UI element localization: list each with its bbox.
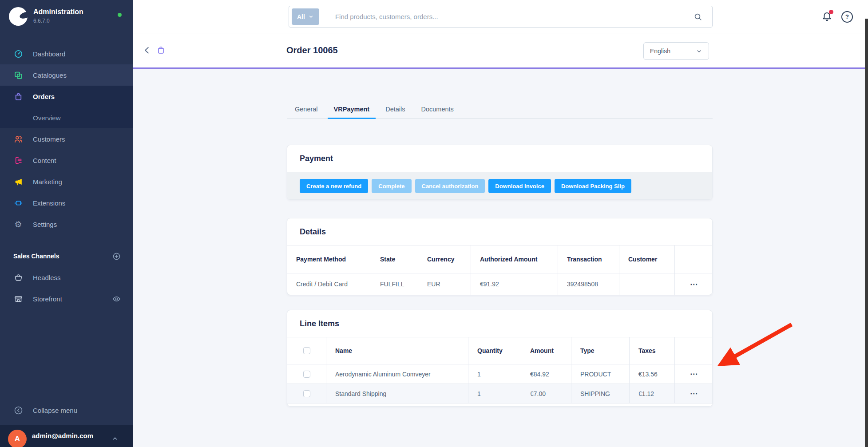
column-header: Payment Method bbox=[287, 245, 371, 273]
sidebar-item-extensions[interactable]: Extensions bbox=[0, 192, 133, 214]
collapse-menu-label: Collapse menu bbox=[33, 407, 77, 414]
payment-card-title: Payment bbox=[287, 145, 712, 172]
catalogues-icon bbox=[13, 70, 23, 80]
cell-type: SHIPPING bbox=[571, 384, 629, 403]
cell-quantity: 1 bbox=[468, 384, 521, 403]
sidebar-item-label: Customers bbox=[33, 135, 65, 143]
sidebar-item-label: Storefront bbox=[33, 295, 62, 303]
row-checkbox[interactable] bbox=[303, 371, 310, 378]
sales-channels-label: Sales Channels bbox=[13, 253, 59, 260]
column-header: Type bbox=[571, 337, 629, 364]
notifications-button[interactable] bbox=[821, 11, 832, 22]
context-menu-button[interactable]: ⋯ bbox=[690, 370, 698, 378]
marketing-icon bbox=[13, 177, 23, 186]
select-all-checkbox[interactable] bbox=[303, 347, 310, 354]
language-value: English bbox=[650, 47, 670, 55]
tab-vrpayment[interactable]: VRPayment bbox=[328, 101, 376, 119]
app-title: Administration bbox=[33, 8, 83, 16]
column-header: Transaction bbox=[558, 245, 619, 273]
column-header: Name bbox=[326, 337, 468, 364]
sidebar-item-settings[interactable]: ⚙ Settings bbox=[0, 214, 133, 235]
eye-icon[interactable] bbox=[112, 295, 121, 303]
customers-icon bbox=[13, 134, 23, 144]
avatar: A bbox=[8, 430, 27, 447]
cell-quantity: 1 bbox=[468, 364, 521, 384]
cell-state: FULFILL bbox=[371, 273, 418, 295]
details-card-title: Details bbox=[287, 218, 712, 245]
cancel-authorization-button[interactable]: Cancel authorization bbox=[415, 179, 485, 193]
help-button[interactable]: ? bbox=[841, 11, 853, 23]
sidebar-item-catalogues[interactable]: Catalogues bbox=[0, 64, 133, 86]
cell-payment-method: Credit / Debit Card bbox=[287, 273, 371, 295]
search-scope-label: All bbox=[297, 13, 305, 20]
collapse-chevron-icon bbox=[13, 405, 23, 415]
global-search: All bbox=[289, 6, 713, 28]
sidebar-item-label: Dashboard bbox=[33, 50, 65, 58]
download-packing-slip-button[interactable]: Download Packing Slip bbox=[555, 179, 631, 193]
column-header: Amount bbox=[521, 337, 571, 364]
vertical-scrollbar[interactable] bbox=[865, 19, 868, 447]
help-icon: ? bbox=[845, 13, 849, 20]
cell-amount: €7.00 bbox=[521, 384, 571, 403]
notification-badge bbox=[829, 10, 833, 14]
line-items-table-header: Name Quantity Amount Type Taxes bbox=[287, 337, 712, 364]
chevron-left-icon bbox=[142, 45, 152, 55]
sidebar-item-label: Settings bbox=[33, 221, 57, 228]
sidebar-item-storefront[interactable]: Storefront bbox=[0, 288, 133, 309]
sidebar-item-label: Extensions bbox=[33, 199, 65, 207]
tab-details[interactable]: Details bbox=[379, 101, 411, 119]
search-scope-dropdown[interactable]: All bbox=[292, 8, 319, 25]
tab-general[interactable]: General bbox=[289, 101, 324, 119]
line-items-card: Line Items Name Quantity Amount Type Tax… bbox=[287, 310, 713, 407]
create-refund-button[interactable]: Create a new refund bbox=[300, 179, 368, 193]
context-menu-button[interactable]: ⋯ bbox=[690, 281, 698, 288]
sidebar-item-headless[interactable]: Headless bbox=[0, 267, 133, 288]
context-menu-button[interactable]: ⋯ bbox=[690, 390, 698, 397]
sidebar-item-dashboard[interactable]: Dashboard bbox=[0, 43, 133, 64]
payment-card: Payment Create a new refund Complete Can… bbox=[287, 145, 713, 200]
user-email: admin@admin.com bbox=[32, 432, 93, 439]
collapse-menu-button[interactable]: Collapse menu bbox=[0, 400, 133, 421]
search-icon[interactable] bbox=[694, 12, 702, 21]
details-table-row: Credit / Debit Card FULFILL EUR €91.92 3… bbox=[287, 273, 712, 295]
chevron-down-icon bbox=[308, 14, 314, 20]
brand-header: Administration 6.6.7.0 bbox=[0, 0, 133, 43]
row-checkbox[interactable] bbox=[303, 390, 310, 397]
tab-documents[interactable]: Documents bbox=[415, 101, 460, 119]
cell-type: PRODUCT bbox=[571, 364, 629, 384]
download-invoice-button[interactable]: Download Invoice bbox=[488, 179, 551, 193]
column-header: Authorized Amount bbox=[471, 245, 558, 273]
complete-button[interactable]: Complete bbox=[372, 179, 411, 193]
add-sales-channel-button[interactable] bbox=[112, 252, 121, 261]
gear-icon: ⚙ bbox=[13, 219, 23, 229]
cell-name: Standard Shipping bbox=[326, 384, 468, 403]
language-selector[interactable]: English bbox=[643, 42, 709, 60]
storefront-icon bbox=[13, 294, 23, 304]
smart-bar: Order 10065 English bbox=[133, 33, 868, 69]
sales-channels-header: Sales Channels bbox=[0, 245, 133, 267]
line-item-row: Standard Shipping 1 €7.00 SHIPPING €1.12… bbox=[287, 384, 712, 403]
column-header: Quantity bbox=[468, 337, 521, 364]
basket-icon bbox=[13, 273, 23, 282]
column-header: State bbox=[371, 245, 418, 273]
page-title: Order 10065 bbox=[286, 45, 338, 55]
sidebar-item-customers[interactable]: Customers bbox=[0, 128, 133, 150]
cell-currency: EUR bbox=[418, 273, 471, 295]
column-header: Taxes bbox=[629, 337, 674, 364]
cell-name: Aerodynamic Aluminum Comveyer bbox=[326, 364, 468, 384]
sidebar-item-content[interactable]: Content bbox=[0, 150, 133, 171]
sidebar-item-orders[interactable]: Orders bbox=[0, 86, 133, 107]
line-item-row: Aerodynamic Aluminum Comveyer 1 €84.92 P… bbox=[287, 364, 712, 384]
extensions-icon bbox=[13, 198, 23, 208]
sidebar-item-orders-overview[interactable]: Overview bbox=[0, 107, 133, 128]
search-input[interactable] bbox=[319, 13, 694, 20]
back-button[interactable] bbox=[142, 45, 152, 55]
order-tabs: General VRPayment Details Documents bbox=[287, 101, 713, 119]
shopware-logo-icon bbox=[9, 7, 28, 26]
payment-actions: Create a new refund Complete Cancel auth… bbox=[287, 172, 712, 200]
sidebar-item-label: Catalogues bbox=[33, 71, 67, 79]
line-items-card-title: Line Items bbox=[287, 310, 712, 337]
sidebar-item-marketing[interactable]: Marketing bbox=[0, 171, 133, 192]
user-menu[interactable]: A admin@admin.com bbox=[0, 425, 133, 447]
column-header-actions bbox=[674, 337, 713, 364]
